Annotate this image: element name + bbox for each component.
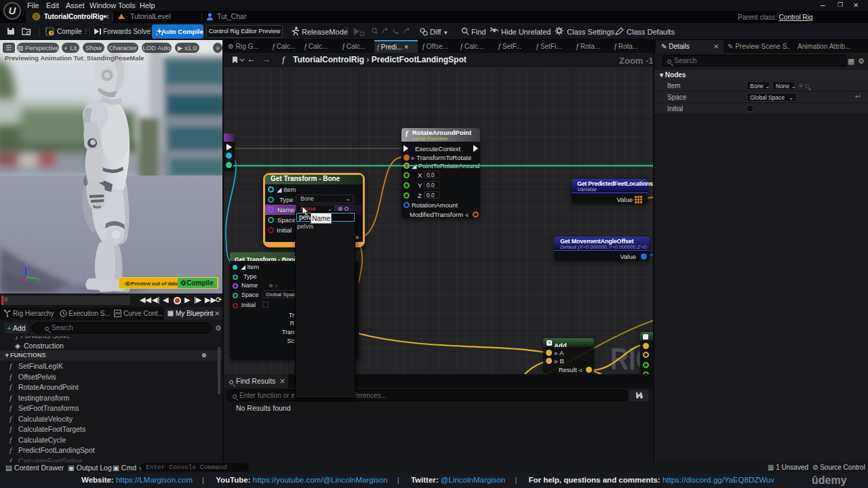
svg-text:?: ?: [50, 31, 53, 35]
svg-text:Y: Y: [38, 278, 41, 283]
svg-text:Z: Z: [27, 264, 31, 269]
